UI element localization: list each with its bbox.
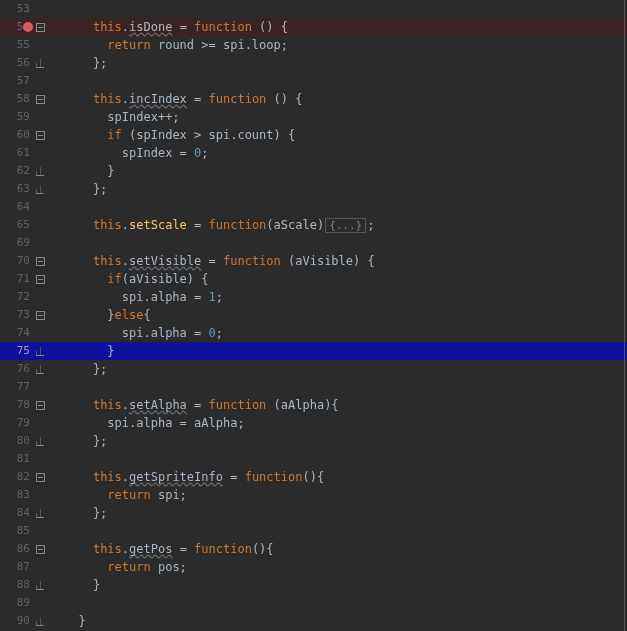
code-text[interactable]: spIndex++;	[64, 108, 627, 126]
fold-open-icon[interactable]	[36, 23, 45, 32]
code-text[interactable]	[64, 234, 627, 252]
code-line[interactable]: 73 }else{	[0, 306, 627, 324]
code-text[interactable]	[64, 0, 627, 18]
code-line[interactable]: 89	[0, 594, 627, 612]
line-number[interactable]: 77	[0, 378, 36, 396]
line-number[interactable]: 54	[0, 18, 36, 36]
code-line[interactable]: 54 this.isDone = function () {	[0, 18, 627, 36]
line-number[interactable]: 60	[0, 126, 36, 144]
code-text[interactable]: this.getSpriteInfo = function(){	[64, 468, 627, 486]
line-number[interactable]: 82	[0, 468, 36, 486]
code-line[interactable]: 90 }	[0, 612, 627, 630]
line-number[interactable]: 84	[0, 504, 36, 522]
code-line[interactable]: 83 return spi;	[0, 486, 627, 504]
code-line[interactable]: 76 };	[0, 360, 627, 378]
line-number[interactable]: 72	[0, 288, 36, 306]
code-text[interactable]: return round >= spi.loop;	[64, 36, 627, 54]
fold-open-icon[interactable]	[36, 311, 45, 320]
line-number[interactable]: 80	[0, 432, 36, 450]
code-text[interactable]	[64, 594, 627, 612]
code-text[interactable]: };	[64, 504, 627, 522]
code-text[interactable]: };	[64, 180, 627, 198]
line-number[interactable]: 74	[0, 324, 36, 342]
code-line[interactable]: 81	[0, 450, 627, 468]
fold-open-icon[interactable]	[36, 545, 45, 554]
fold-open-icon[interactable]	[36, 131, 45, 140]
fold-open-icon[interactable]	[36, 275, 45, 284]
code-line[interactable]: 55 return round >= spi.loop;	[0, 36, 627, 54]
line-number[interactable]: 70	[0, 252, 36, 270]
line-number[interactable]: 81	[0, 450, 36, 468]
code-line[interactable]: 70 this.setVisible = function (aVisible)…	[0, 252, 627, 270]
fold-open-icon[interactable]	[36, 473, 45, 482]
line-number[interactable]: 69	[0, 234, 36, 252]
line-number[interactable]: 71	[0, 270, 36, 288]
code-line[interactable]: 72 spi.alpha = 1;	[0, 288, 627, 306]
line-number[interactable]: 53	[0, 0, 36, 18]
code-text[interactable]: this.incIndex = function () {	[64, 90, 627, 108]
line-number[interactable]: 58	[0, 90, 36, 108]
code-line[interactable]: 74 spi.alpha = 0;	[0, 324, 627, 342]
code-line[interactable]: 64	[0, 198, 627, 216]
code-line[interactable]: 58 this.incIndex = function () {	[0, 90, 627, 108]
breakpoint-icon[interactable]	[23, 22, 33, 32]
line-number[interactable]: 87	[0, 558, 36, 576]
code-text[interactable]: this.getPos = function(){	[64, 540, 627, 558]
line-number[interactable]: 88	[0, 576, 36, 594]
fold-open-icon[interactable]	[36, 257, 45, 266]
code-line[interactable]: 87 return pos;	[0, 558, 627, 576]
code-line[interactable]: 88 }	[0, 576, 627, 594]
line-number[interactable]: 76	[0, 360, 36, 378]
code-line[interactable]: 86 this.getPos = function(){	[0, 540, 627, 558]
code-line[interactable]: 82 this.getSpriteInfo = function(){	[0, 468, 627, 486]
code-text[interactable]: };	[64, 54, 627, 72]
code-text[interactable]	[64, 72, 627, 90]
code-text[interactable]: spi.alpha = 1;	[64, 288, 627, 306]
code-text[interactable]: this.isDone = function () {	[64, 18, 627, 36]
code-text[interactable]: }	[64, 612, 627, 630]
code-text[interactable]: }	[64, 576, 627, 594]
line-number[interactable]: 56	[0, 54, 36, 72]
code-text[interactable]: if (spIndex > spi.count) {	[64, 126, 627, 144]
line-number[interactable]: 55	[0, 36, 36, 54]
code-line[interactable]: 60 if (spIndex > spi.count) {	[0, 126, 627, 144]
code-line[interactable]: 57	[0, 72, 627, 90]
fold-open-icon[interactable]	[36, 401, 45, 410]
code-line[interactable]: 63 };	[0, 180, 627, 198]
code-text[interactable]: spIndex = 0;	[64, 144, 627, 162]
line-number[interactable]: 57	[0, 72, 36, 90]
code-line[interactable]: 69	[0, 234, 627, 252]
code-text[interactable]: this.setScale = function(aScale){...};	[64, 216, 627, 235]
line-number[interactable]: 75	[0, 342, 36, 360]
code-text[interactable]: }else{	[64, 306, 627, 324]
code-text[interactable]: return pos;	[64, 558, 627, 576]
line-number[interactable]: 61	[0, 144, 36, 162]
code-text[interactable]: };	[64, 360, 627, 378]
code-line[interactable]: 85	[0, 522, 627, 540]
code-text[interactable]: };	[64, 432, 627, 450]
line-number[interactable]: 78	[0, 396, 36, 414]
line-number[interactable]: 64	[0, 198, 36, 216]
code-line[interactable]: 53	[0, 0, 627, 18]
line-number[interactable]: 65	[0, 216, 36, 234]
code-line[interactable]: 56 };	[0, 54, 627, 72]
code-text[interactable]: this.setAlpha = function (aAlpha){	[64, 396, 627, 414]
code-text[interactable]: spi.alpha = aAlpha;	[64, 414, 627, 432]
code-line[interactable]: 84 };	[0, 504, 627, 522]
code-line[interactable]: 75 }	[0, 342, 627, 360]
line-number[interactable]: 62	[0, 162, 36, 180]
code-line[interactable]: 78 this.setAlpha = function (aAlpha){	[0, 396, 627, 414]
code-text[interactable]	[64, 522, 627, 540]
line-number[interactable]: 79	[0, 414, 36, 432]
code-line[interactable]: 77	[0, 378, 627, 396]
code-line[interactable]: 61 spIndex = 0;	[0, 144, 627, 162]
code-line[interactable]: 65 this.setScale = function(aScale){...}…	[0, 216, 627, 234]
line-number[interactable]: 86	[0, 540, 36, 558]
code-text[interactable]	[64, 450, 627, 468]
code-line[interactable]: 79 spi.alpha = aAlpha;	[0, 414, 627, 432]
code-editor[interactable]: 53 54 this.isDone = function () {55 retu…	[0, 0, 627, 631]
code-text[interactable]: this.setVisible = function (aVisible) {	[64, 252, 627, 270]
code-line[interactable]: 71 if(aVisible) {	[0, 270, 627, 288]
code-text[interactable]	[64, 198, 627, 216]
line-number[interactable]: 63	[0, 180, 36, 198]
